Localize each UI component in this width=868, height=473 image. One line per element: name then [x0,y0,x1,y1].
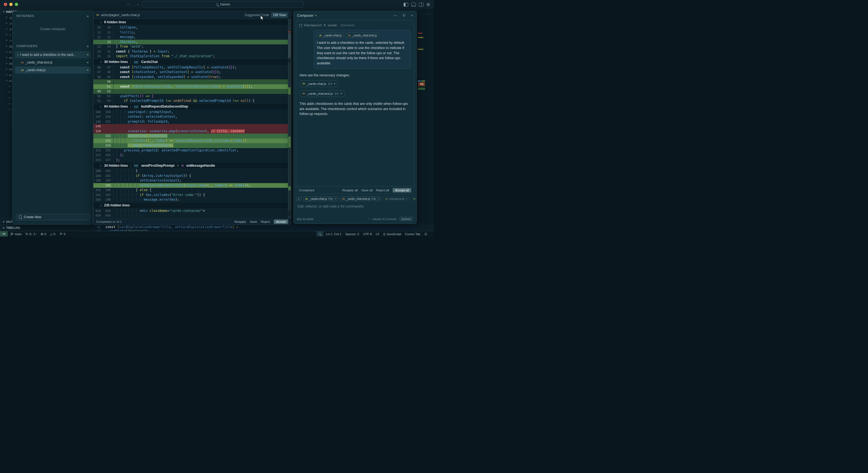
old-line-number: 46 [93,65,103,70]
status-item[interactable]: Spaces: 2 [345,232,359,236]
composers-header[interactable]: COMPOSERS + [12,41,93,50]
code-segment: ) { [249,99,254,103]
context-file-chip[interactable]: JS_cards-chat.jsFile× [303,196,338,201]
toggle-panel-icon[interactable] [411,3,416,7]
status-item-label: JavaScript [386,232,401,236]
context-file-chip[interactable]: JSscenarios.js+ [383,196,409,201]
code-segment: │ │ │ │ │ │ [116,178,140,182]
checkpoint-row: Checkpoint 0 saved. checkout [296,20,414,27]
code-line: 152156│ }; [93,153,291,158]
status-item[interactable]: LF [376,232,379,236]
breadcrumb-separator: > [177,164,179,168]
add-notepad-icon[interactable]: + [87,14,89,18]
hidden-lines-header[interactable]: ↕30 hidden lines|[@]CardsChat [93,59,291,65]
toggle-sidebar-icon[interactable] [404,3,408,7]
new-line-number: 157 [103,158,113,163]
reapply-all-button[interactable]: Reapply all [342,189,358,192]
reapply-button[interactable]: Reapply [235,220,246,223]
diff-status: Completed v1 of 1 [96,220,122,223]
reject-button[interactable]: Reject [261,220,270,223]
old-line-number: 151 [93,148,103,153]
accept-all-button[interactable]: Accept all [393,188,411,193]
context-chip-row: +JS_cards-chat.jsFile×JS_cards_chat.test… [296,196,415,201]
sync-status-item[interactable]: ↻0↓ 1↑ [26,232,37,236]
suggested-code-tab[interactable]: Suggested Code [245,13,269,17]
composer-title: Composer [297,13,313,18]
remove-chip-icon[interactable]: × [335,197,337,200]
code-segment: className [150,209,167,213]
hidden-lines-header[interactable]: ↕235 hidden lines [93,202,291,209]
message-file-chip[interactable]: JS_cards_chat.test.js [345,33,379,38]
search-input[interactable]: haiven [143,1,304,8]
code-segment: Array [144,174,153,178]
composer-input[interactable]: Edit, refactor, or add code (/ for comma… [298,204,364,208]
context-file-chip[interactable]: JS_cards_chat.test.jsFile× [340,196,381,201]
minimize-icon[interactable]: — [394,13,397,18]
symbol-method-icon: [@] [134,61,138,64]
hidden-lines-label: 235 hidden lines [104,203,130,207]
chevron-down-icon: > [8,108,11,111]
scroll-thumb[interactable] [288,33,291,58]
composer-list-item[interactable]: >I want to add a checkbox to the card...… [15,51,91,58]
forward-icon[interactable]: → [135,1,140,6]
close-icon[interactable]: × [411,13,413,18]
add-context-button[interactable]: + [296,196,301,201]
code-segment: ) [165,139,167,143]
minimize-window-button[interactable] [9,3,12,6]
status-item[interactable]: Ln 1, Col 1 [326,232,341,236]
timeline-section-header[interactable]: > TIMELINE [0,225,93,231]
remove-chip-icon[interactable]: × [378,197,380,200]
create-notepads-placeholder[interactable]: Create notepads [12,27,93,31]
new-line-number: 16 [103,54,113,59]
code-segment: ms [148,193,152,197]
tree-item-label: no [9,68,12,71]
toggle-secondary-sidebar-icon[interactable] [419,3,424,7]
code-segment: scenarios [150,134,167,138]
gear-icon[interactable]: ⚙ [427,2,430,7]
warning-status-item[interactable]: △0 [50,232,55,236]
result-file-chip[interactable]: JS_cards_chat.test.js1/1● [300,90,345,97]
antenna-status-item[interactable]: 0 [59,232,65,236]
reload-icon[interactable]: ↻ [403,13,406,18]
file-path: ui/src/pages/_cards-chat.js [101,13,140,17]
composer-file-item[interactable]: JS_cards_chat.test.js● [15,59,91,66]
message-file-chip[interactable]: JS_cards-chat.js [317,33,344,38]
notepads-header[interactable]: NOTEPADS + [12,11,93,21]
reject-all-button[interactable]: Reject all [376,189,389,192]
save-all-button[interactable]: Save all [362,189,373,192]
hidden-lines-header[interactable]: ↕94 hidden lines|[@]buildRequestDataSeco… [93,103,291,110]
checkout-link[interactable]: checkout [340,24,355,27]
window-controls[interactable] [4,3,18,6]
scroll-mark [288,59,291,63]
composer-file-item[interactable]: JS_cards-chat.js● [15,67,91,74]
zoom-window-button[interactable] [15,3,18,6]
bell-status-item[interactable] [424,232,427,236]
chevron-down-icon[interactable]: > [368,218,370,219]
back-icon[interactable]: ← [127,1,131,6]
create-new-button[interactable]: Create New [16,214,90,221]
diff-scrollbar[interactable] [288,19,291,218]
status-item[interactable]: UTF-8 [363,232,372,236]
error-status-item[interactable]: ⊗0 [40,232,46,236]
model-selector[interactable]: claude-3.5-sonnet [372,217,397,221]
save-button[interactable]: Save [250,220,257,223]
result-file-chip[interactable]: JS_cards-chat.js1/1● [300,80,338,87]
context-file-chip[interactable]: JSthreat- [411,196,415,201]
remote-indicator[interactable]: >< [0,231,8,237]
submit-button[interactable]: Submit [399,216,413,222]
add-composer-icon[interactable]: + [87,44,89,48]
more-actions-icon[interactable]: ··· [426,11,431,15]
diff-view-button[interactable]: Diff View [271,12,288,18]
braces-status-item[interactable]: {}JavaScript [383,232,401,236]
tree-item-label: .r [9,33,11,36]
code-segment: . [153,174,155,178]
accept-button[interactable]: Accept [274,219,288,224]
status-item[interactable]: Cursor Tab [405,232,420,236]
assistant-heading: Here are the necessary changes: [296,69,414,77]
lens-status-item[interactable] [316,231,323,237]
status-item-label: Spaces: 2 [345,232,359,236]
close-window-button[interactable] [4,3,7,6]
code-segment: . [128,139,134,143]
hidden-lines-header[interactable]: ↕34 hidden lines|[@]sendFirstStepPrompt>… [93,162,291,169]
branch-status-item[interactable]: main [10,232,22,236]
